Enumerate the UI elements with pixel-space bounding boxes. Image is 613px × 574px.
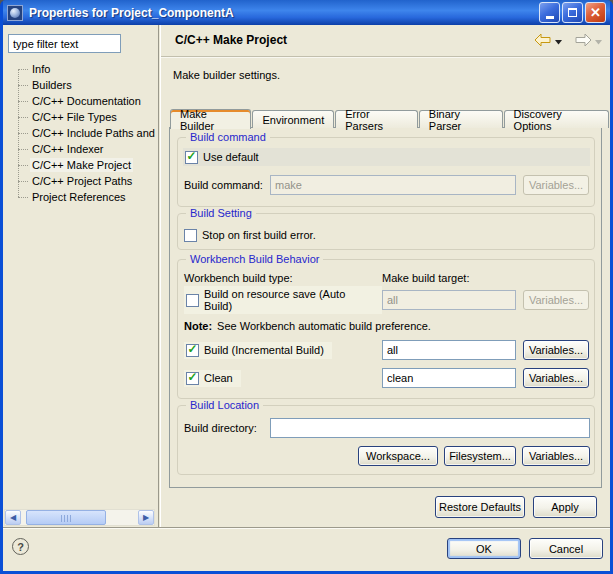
auto-build-target-field[interactable] <box>382 290 516 310</box>
clean-target-field[interactable] <box>382 368 516 388</box>
page-description: Make builder settings. <box>173 69 280 81</box>
title-bar[interactable]: Properties for Project_ComponentA ✕ <box>3 0 610 25</box>
ok-button[interactable]: OK <box>447 538 521 559</box>
build-location-group: Build Location Build directory: Workspac… <box>177 405 595 475</box>
footer-divider <box>3 527 610 528</box>
tree-item-cpp-documentation[interactable]: C/C++ Documentation <box>9 93 158 109</box>
incremental-build-target-field[interactable] <box>382 340 516 360</box>
auto-build-checkbox-row[interactable]: Build on resource save (Auto Build) <box>184 286 382 314</box>
tree-item-cpp-make-project[interactable]: C/C++ Make Project <box>9 157 158 173</box>
minimize-icon <box>546 16 554 19</box>
filter-input[interactable] <box>8 34 121 53</box>
build-command-group: Build command Use default Build command:… <box>177 137 595 207</box>
auto-build-label: Build on resource save (Auto Build) <box>204 288 374 312</box>
auto-build-variables-button[interactable]: Variables... <box>523 290 589 310</box>
back-dropdown-icon[interactable] <box>555 35 562 47</box>
tab-discovery-options[interactable]: Discovery Options <box>504 110 609 128</box>
properties-tree: Info Builders C/C++ Documentation C/C++ … <box>9 61 158 205</box>
stop-on-error-checkbox-row[interactable]: Stop on first build error. <box>184 229 316 242</box>
use-default-checkbox[interactable] <box>185 151 198 164</box>
properties-sidebar: Info Builders C/C++ Documentation C/C++ … <box>3 25 159 527</box>
workspace-button[interactable]: Workspace... <box>358 446 438 466</box>
filesystem-button[interactable]: Filesystem... <box>444 446 516 466</box>
apply-button[interactable]: Apply <box>533 496 597 518</box>
clean-variables-button[interactable]: Variables... <box>523 368 589 388</box>
stop-on-error-label: Stop on first build error. <box>202 229 316 241</box>
maximize-button[interactable] <box>562 2 583 23</box>
maximize-icon <box>568 8 577 17</box>
close-button[interactable]: ✕ <box>585 2 606 23</box>
make-builder-tab-panel: Build command Use default Build command:… <box>169 127 602 488</box>
stop-on-error-checkbox[interactable] <box>184 229 197 242</box>
main-panel: C/C++ Make Project <box>160 25 610 527</box>
workbench-build-behavior-group: Workbench Build Behavior Workbench build… <box>177 259 595 399</box>
build-command-variables-button[interactable]: Variables... <box>523 175 589 195</box>
clean-checkbox-row[interactable]: Clean <box>184 370 241 387</box>
tree-item-builders[interactable]: Builders <box>9 77 158 93</box>
scroll-right-icon[interactable]: ▶ <box>138 510 154 525</box>
build-directory-label: Build directory: <box>184 422 270 434</box>
incremental-build-variables-button[interactable]: Variables... <box>523 340 589 360</box>
scroll-left-icon[interactable]: ◀ <box>5 510 21 525</box>
use-default-label: Use default <box>203 151 259 163</box>
build-setting-group-title: Build Setting <box>186 207 256 219</box>
scrollbar-thumb[interactable] <box>26 510 106 525</box>
restore-defaults-button[interactable]: Restore Defaults <box>435 496 525 518</box>
tree-item-project-references[interactable]: Project References <box>9 189 158 205</box>
clean-label: Clean <box>204 372 233 384</box>
tab-make-builder[interactable]: Make Builder <box>170 109 251 129</box>
tree-item-cpp-file-types[interactable]: C/C++ File Types <box>9 109 158 125</box>
forward-dropdown-icon[interactable] <box>595 35 602 47</box>
tree-item-cpp-include-paths[interactable]: C/C++ Include Paths and <box>9 125 158 141</box>
help-icon[interactable]: ? <box>12 538 29 555</box>
window-icon[interactable] <box>7 5 23 21</box>
dialog-footer: ? OK Cancel <box>3 529 610 571</box>
page-header: C/C++ Make Project <box>161 25 610 57</box>
note-label: Note: <box>184 320 212 332</box>
workbench-group-title: Workbench Build Behavior <box>186 253 323 265</box>
tab-bar: Make Builder Environment Error Parsers B… <box>170 108 610 128</box>
cancel-button[interactable]: Cancel <box>529 538 603 559</box>
tab-error-parsers[interactable]: Error Parsers <box>335 110 418 128</box>
tree-item-cpp-project-paths[interactable]: C/C++ Project Paths <box>9 173 158 189</box>
tab-binary-parser[interactable]: Binary Parser <box>419 110 503 128</box>
build-command-field[interactable] <box>270 175 516 195</box>
clean-checkbox[interactable] <box>186 372 199 385</box>
window-title: Properties for Project_ComponentA <box>29 6 539 20</box>
close-icon: ✕ <box>590 5 601 20</box>
tree-item-info[interactable]: Info <box>9 61 158 77</box>
tree-item-cpp-indexer[interactable]: C/C++ Indexer <box>9 141 158 157</box>
page-title: C/C++ Make Project <box>175 33 287 47</box>
build-location-variables-button[interactable]: Variables... <box>522 446 590 466</box>
make-build-target-label: Make build target: <box>382 272 469 284</box>
build-directory-field[interactable] <box>270 418 590 438</box>
tab-environment[interactable]: Environment <box>252 110 334 128</box>
build-location-group-title: Build Location <box>186 399 263 411</box>
use-default-checkbox-row[interactable]: Use default <box>183 148 590 166</box>
incremental-build-checkbox-row[interactable]: Build (Incremental Build) <box>184 342 332 359</box>
forward-icon[interactable] <box>574 33 592 49</box>
note-text: See Workbench automatic build preference… <box>217 320 431 332</box>
incremental-build-checkbox[interactable] <box>186 344 199 357</box>
build-command-label: Build command: <box>184 179 270 191</box>
back-icon[interactable] <box>534 33 552 49</box>
build-command-group-title: Build command <box>186 131 270 143</box>
sidebar-horizontal-scrollbar[interactable]: ◀ ▶ <box>4 509 155 526</box>
properties-dialog-window: Properties for Project_ComponentA ✕ Info… <box>0 0 613 574</box>
scrollbar-track[interactable] <box>21 510 138 525</box>
auto-build-checkbox[interactable] <box>186 294 199 307</box>
minimize-button[interactable] <box>539 2 560 23</box>
build-setting-group: Build Setting Stop on first build error. <box>177 213 595 250</box>
incremental-build-label: Build (Incremental Build) <box>204 344 324 356</box>
workbench-build-type-label: Workbench build type: <box>184 272 382 284</box>
